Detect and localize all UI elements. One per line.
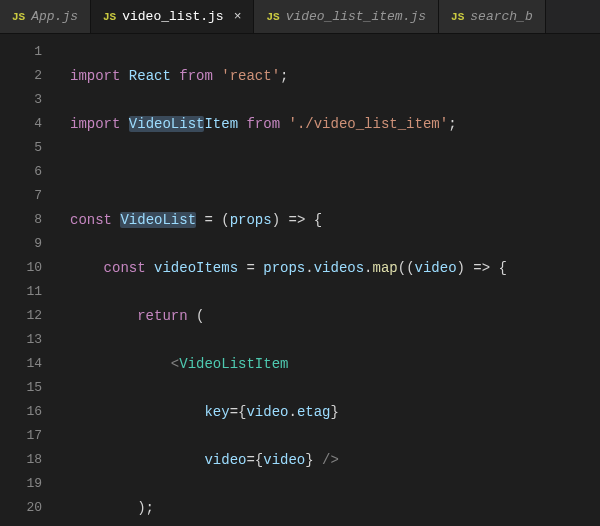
line-number: 15 xyxy=(0,376,60,400)
line-number: 11 xyxy=(0,280,60,304)
line-number: 7 xyxy=(0,184,60,208)
line-number: 2 xyxy=(0,64,60,88)
js-icon: JS xyxy=(451,11,464,23)
tab-label: video_list_item.js xyxy=(286,9,426,24)
line-number: 17 xyxy=(0,424,60,448)
tab-search[interactable]: JS search_b xyxy=(439,0,546,33)
line-number-gutter: 1 2 3 4 5 6 7 8 9 10 11 12 13 14 15 16 1… xyxy=(0,34,60,526)
line-number: 6 xyxy=(0,160,60,184)
js-icon: JS xyxy=(103,11,116,23)
line-number: 12 xyxy=(0,304,60,328)
tab-label: App.js xyxy=(31,9,78,24)
editor: 1 2 3 4 5 6 7 8 9 10 11 12 13 14 15 16 1… xyxy=(0,34,600,526)
code-area[interactable]: import React from 'react'; import VideoL… xyxy=(60,34,600,526)
line-number: 1 xyxy=(0,40,60,64)
line-number: 18 xyxy=(0,448,60,472)
close-icon[interactable]: × xyxy=(234,9,242,24)
line-number: 16 xyxy=(0,400,60,424)
tab-bar: JS App.js JS video_list.js × JS video_li… xyxy=(0,0,600,34)
line-number: 8 xyxy=(0,208,60,232)
line-number: 5 xyxy=(0,136,60,160)
line-number: 10 xyxy=(0,256,60,280)
tab-video-list[interactable]: JS video_list.js × xyxy=(91,0,254,33)
js-icon: JS xyxy=(266,11,279,23)
js-icon: JS xyxy=(12,11,25,23)
tab-app[interactable]: JS App.js xyxy=(0,0,91,33)
tab-label: video_list.js xyxy=(122,9,223,24)
tab-video-list-item[interactable]: JS video_list_item.js xyxy=(254,0,439,33)
line-number: 19 xyxy=(0,472,60,496)
line-number: 4 xyxy=(0,112,60,136)
line-number: 13 xyxy=(0,328,60,352)
line-number: 20 xyxy=(0,496,60,520)
line-number: 9 xyxy=(0,232,60,256)
line-number: 14 xyxy=(0,352,60,376)
line-number: 3 xyxy=(0,88,60,112)
tab-label: search_b xyxy=(470,9,532,24)
